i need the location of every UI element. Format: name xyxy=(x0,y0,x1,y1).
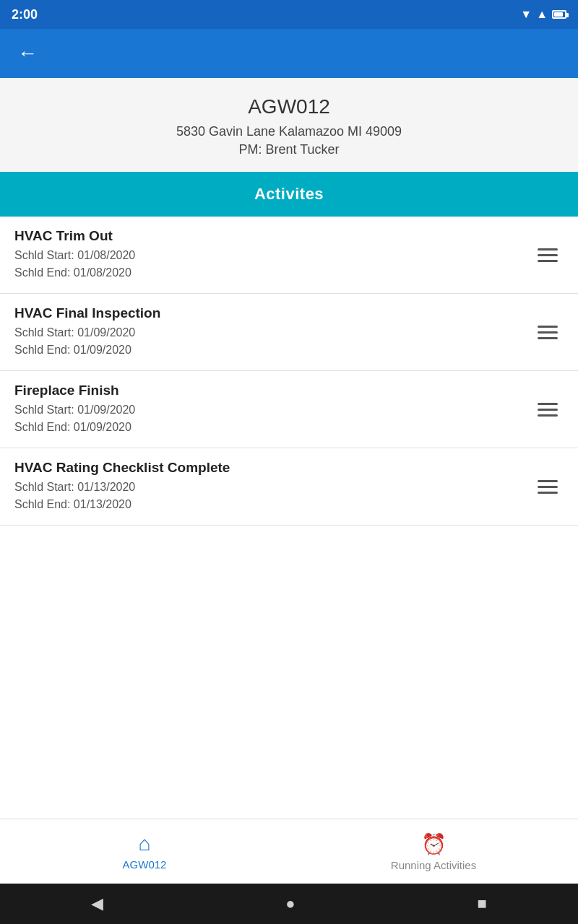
back-button[interactable]: ← xyxy=(12,36,43,71)
activity-schld-start: Schld Start: 01/13/2020 xyxy=(14,479,532,496)
nav-item-agw012[interactable]: ⌂ AGW012 xyxy=(0,832,289,871)
battery-icon xyxy=(552,10,566,19)
activity-item[interactable]: HVAC Trim Out Schld Start: 01/08/2020 Sc… xyxy=(0,217,578,294)
activity-info: Fireplace Finish Schld Start: 01/09/2020… xyxy=(14,383,532,436)
activity-info: HVAC Final Inspection Schld Start: 01/09… xyxy=(14,305,532,359)
home-icon: ⌂ xyxy=(139,832,151,855)
nav-item-running-activities[interactable]: ⏰ Running Activities xyxy=(289,832,578,871)
activity-schld-end: Schld End: 01/13/2020 xyxy=(14,496,532,513)
activity-info: HVAC Trim Out Schld Start: 01/08/2020 Sc… xyxy=(14,228,532,282)
status-time: 2:00 xyxy=(12,7,38,22)
android-recent-button[interactable]: ■ xyxy=(478,894,487,913)
activity-info: HVAC Rating Checklist Complete Schld Sta… xyxy=(14,460,532,513)
project-pm: PM: Brent Tucker xyxy=(12,142,566,157)
clock-icon: ⏰ xyxy=(421,832,447,856)
activity-item[interactable]: Fireplace Finish Schld Start: 01/09/2020… xyxy=(0,371,578,448)
signal-icon: ▲ xyxy=(536,8,548,21)
bottom-nav: ⌂ AGW012 ⏰ Running Activities xyxy=(0,819,578,884)
activities-header: Activites xyxy=(0,172,578,217)
activity-schld-start: Schld Start: 01/09/2020 xyxy=(14,324,532,341)
activities-list: HVAC Trim Out Schld Start: 01/08/2020 Sc… xyxy=(0,217,578,819)
header-info: AGW012 5830 Gavin Lane Kalamazoo MI 4900… xyxy=(0,78,578,172)
nav-label-agw012: AGW012 xyxy=(123,858,167,871)
activity-schld-start: Schld Start: 01/08/2020 xyxy=(14,247,532,264)
nav-label-running-activities: Running Activities xyxy=(391,859,476,871)
project-address: 5830 Gavin Lane Kalamazoo MI 49009 xyxy=(12,124,566,139)
activity-name: HVAC Rating Checklist Complete xyxy=(14,460,532,476)
activity-menu-icon[interactable] xyxy=(532,474,564,500)
project-id: AGW012 xyxy=(12,95,566,118)
activity-name: HVAC Trim Out xyxy=(14,228,532,244)
android-back-button[interactable]: ◀ xyxy=(91,894,103,913)
activity-name: HVAC Final Inspection xyxy=(14,305,532,321)
app-bar: ← xyxy=(0,29,578,78)
activity-schld-end: Schld End: 01/09/2020 xyxy=(14,419,532,436)
status-bar: 2:00 ▼ ▲ xyxy=(0,0,578,29)
activity-name: Fireplace Finish xyxy=(14,383,532,398)
activity-item[interactable]: HVAC Final Inspection Schld Start: 01/09… xyxy=(0,294,578,371)
activity-schld-end: Schld End: 01/08/2020 xyxy=(14,264,532,282)
android-home-button[interactable]: ● xyxy=(285,894,295,913)
wifi-icon: ▼ xyxy=(520,8,532,21)
activity-schld-start: Schld Start: 01/09/2020 xyxy=(14,401,532,419)
activity-item[interactable]: HVAC Rating Checklist Complete Schld Sta… xyxy=(0,448,578,526)
status-icons: ▼ ▲ xyxy=(520,8,566,21)
activity-menu-icon[interactable] xyxy=(532,397,564,422)
android-nav-bar: ◀ ● ■ xyxy=(0,884,578,924)
activities-title: Activites xyxy=(254,185,324,203)
activity-menu-icon[interactable] xyxy=(532,243,564,268)
activity-menu-icon[interactable] xyxy=(532,320,564,345)
activity-schld-end: Schld End: 01/09/2020 xyxy=(14,341,532,359)
